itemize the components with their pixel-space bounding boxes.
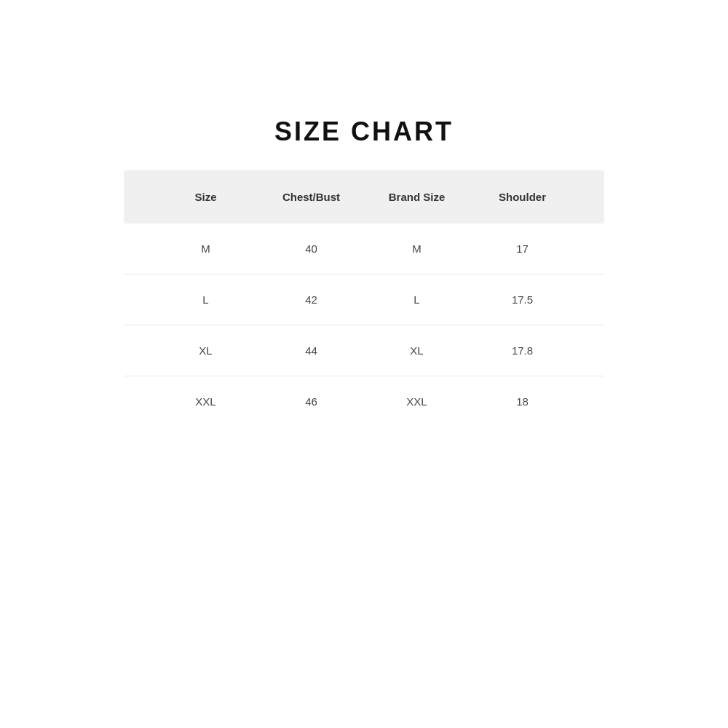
- table-row: M 40 M 17: [124, 223, 604, 274]
- table-row: XL 44 XL 17.8: [124, 325, 604, 376]
- size-chart-table: Size Chest/Bust Brand Size Shoulder M 40…: [124, 170, 604, 427]
- cell-chest-m: 40: [258, 242, 364, 255]
- page-title: SIZE CHART: [274, 116, 454, 147]
- cell-shoulder-xl: 17.8: [470, 344, 575, 357]
- table-row: XXL 46 XXL 18: [124, 376, 604, 427]
- header-shoulder: Shoulder: [470, 191, 575, 203]
- cell-size-m: M: [153, 242, 258, 255]
- cell-shoulder-m: 17: [470, 242, 575, 255]
- cell-chest-l: 42: [258, 293, 364, 306]
- cell-shoulder-xxl: 18: [470, 395, 575, 408]
- cell-brand-xxl: XXL: [364, 395, 470, 408]
- table-body: M 40 M 17 L 42 L 17.5 XL 44 XL 17.8 XXL …: [124, 223, 604, 427]
- header-chest: Chest/Bust: [258, 191, 364, 203]
- cell-size-l: L: [153, 293, 258, 306]
- table-row: L 42 L 17.5: [124, 274, 604, 325]
- header-size: Size: [153, 191, 258, 203]
- cell-size-xxl: XXL: [153, 395, 258, 408]
- table-header: Size Chest/Bust Brand Size Shoulder: [124, 170, 604, 223]
- cell-size-xl: XL: [153, 344, 258, 357]
- header-brand-size: Brand Size: [364, 191, 470, 203]
- cell-shoulder-l: 17.5: [470, 293, 575, 306]
- cell-brand-xl: XL: [364, 344, 470, 357]
- cell-brand-m: M: [364, 242, 470, 255]
- cell-chest-xl: 44: [258, 344, 364, 357]
- cell-chest-xxl: 46: [258, 395, 364, 408]
- cell-brand-l: L: [364, 293, 470, 306]
